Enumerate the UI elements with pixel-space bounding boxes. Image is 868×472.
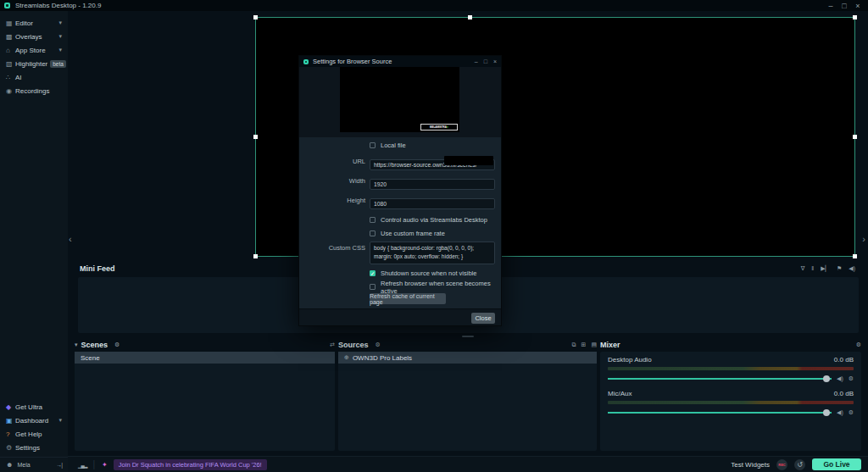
chevron-down-icon: ▾ [58, 19, 62, 26]
panel-resize-handle[interactable] [462, 336, 474, 337]
status-bar: ▁▄▂ │ ✦ Join Dr Squatch in celebrating F… [68, 456, 868, 472]
custom-fps-checkbox-row[interactable]: Use custom frame rate [370, 230, 445, 237]
resize-icon[interactable]: ⇄ [330, 342, 335, 348]
scenes-list: Scene [75, 352, 335, 451]
checkbox-unchecked[interactable] [370, 284, 376, 290]
selection-handle-mid-right[interactable] [853, 135, 857, 139]
folder-icon[interactable]: ▤ [591, 342, 597, 348]
chevron-down-icon: ▾ [58, 417, 62, 424]
dashboard-icon: ▣ [6, 417, 15, 425]
close-icon[interactable]: × [851, 2, 865, 10]
sidebar-label: Highlighter [15, 60, 47, 68]
volume-slider[interactable] [608, 378, 832, 380]
skip-icon[interactable]: ▶▏ [821, 265, 830, 272]
redacted-url-segment [444, 156, 493, 165]
notification-banner[interactable]: Join Dr Squatch in celebrating FIFA Worl… [114, 459, 267, 470]
local-file-checkbox-row[interactable]: Local file [370, 142, 406, 149]
alerts-icon[interactable]: ⚑ [837, 265, 842, 272]
preview-banner-text: MELAMISTRA♥ [430, 126, 448, 129]
replay-buffer-button[interactable]: ↺ [794, 459, 805, 470]
pause-icon[interactable]: ‖ [811, 265, 814, 272]
sidebar-item-settings[interactable]: ⚙ Settings [0, 441, 68, 454]
scene-row[interactable]: Scene [75, 352, 335, 364]
copy-icon[interactable]: ⧉ [572, 342, 576, 348]
minimize-icon[interactable]: – [824, 2, 837, 10]
channel-db: 0.0 dB [834, 356, 854, 364]
sidebar-item-overlays[interactable]: ▩ Overlays ▾ [0, 30, 68, 43]
source-row[interactable]: ⊕ OWN3D Pro Labels [338, 352, 597, 364]
paste-icon[interactable]: ⊞ [581, 342, 587, 348]
test-widgets-button[interactable]: Test Widgets [731, 461, 770, 469]
gear-icon[interactable]: ⚙ [849, 409, 854, 416]
megaphone-icon[interactable]: ✦ [102, 461, 108, 469]
selection-handle-top-right[interactable] [853, 15, 857, 19]
streamlabs-logo-icon [4, 3, 10, 8]
checkbox-checked[interactable]: ✓ [370, 270, 376, 276]
maximize-icon[interactable]: □ [484, 58, 487, 64]
shutdown-checkbox-row[interactable]: ✓ Shutdown source when not visible [370, 269, 476, 277]
ultra-icon: ◆ [6, 403, 15, 411]
width-input[interactable] [370, 179, 495, 190]
custom-css-textarea[interactable]: body { background-color: rgba(0, 0, 0, 0… [370, 242, 495, 264]
sidebar-item-recordings[interactable]: ◉ Recordings [0, 84, 68, 97]
custom-fps-label: Use custom frame rate [381, 230, 445, 237]
username: Mela [17, 462, 30, 468]
maximize-icon[interactable]: □ [837, 2, 851, 10]
selection-handle-bottom-right[interactable] [853, 254, 857, 258]
control-audio-checkbox-row[interactable]: Control audio via Streamlabs Desktop [370, 216, 487, 224]
mixer-channel-mic-aux: Mic/Aux 0.0 dB ◀) ⚙ [608, 390, 854, 416]
height-input[interactable] [370, 198, 495, 209]
height-label: Height [299, 197, 365, 204]
speaker-icon[interactable]: ◀) [837, 375, 843, 382]
width-label: Width [299, 177, 365, 185]
sidebar-item-get-help[interactable]: ? Get Help [0, 427, 68, 441]
mute-icon[interactable]: ◀) [849, 265, 855, 272]
beta-badge: beta [50, 60, 66, 68]
refresh-cache-button[interactable]: Refresh cache of current page [370, 293, 446, 304]
selection-handle-top-left[interactable] [253, 15, 258, 19]
close-icon[interactable]: × [493, 58, 497, 64]
collapse-left-chevron[interactable]: ‹ [69, 234, 72, 244]
selection-handle-mid-left[interactable] [253, 135, 258, 139]
stats-icon[interactable]: ▁▄▂ [78, 462, 86, 468]
close-button[interactable]: Close [471, 313, 495, 324]
gear-icon[interactable]: ⚙ [114, 342, 120, 348]
sidebar-item-editor[interactable]: ▦ Editor ▾ [0, 16, 68, 30]
sidebar-item-dashboard[interactable]: ▣ Dashboard ▾ [0, 414, 68, 427]
volume-slider-handle[interactable] [823, 375, 830, 382]
sidebar-item-ai[interactable]: ∴ AI [0, 70, 68, 84]
heart-icon: ♥ [447, 126, 448, 129]
collapse-right-chevron[interactable]: › [862, 234, 865, 244]
filter-icon[interactable]: ∇ [801, 265, 805, 272]
checkbox-unchecked[interactable] [370, 217, 376, 223]
streamlabs-window: Streamlabs Desktop - 1.20.9 – □ × ▦ Edit… [0, 0, 868, 472]
volume-slider-handle[interactable] [823, 409, 830, 416]
sources-header: Sources ⚙ ⧉ ⊞ ▤ [338, 338, 597, 352]
sidebar-item-highlighter[interactable]: ▧ Highlighter beta [0, 57, 68, 70]
sidebar-label: AI [15, 74, 22, 81]
selection-handle-top-mid[interactable] [468, 15, 472, 19]
minimize-icon[interactable]: – [475, 58, 478, 64]
sidebar-item-get-ultra[interactable]: ◆ Get Ultra [0, 400, 68, 414]
gear-icon[interactable]: ⚙ [376, 342, 381, 348]
user-row[interactable]: ☻ Mela →| [0, 457, 68, 472]
selection-handle-bottom-left[interactable] [253, 254, 258, 258]
gear-icon[interactable]: ⚙ [856, 342, 861, 348]
refresh-scene-checkbox-row[interactable]: Refresh browser when scene becomes activ… [370, 283, 501, 291]
speaker-icon[interactable]: ◀) [837, 409, 843, 416]
rec-label: REC [778, 463, 785, 467]
checkbox-unchecked[interactable] [370, 230, 376, 236]
recordings-icon: ◉ [6, 87, 15, 95]
volume-slider[interactable] [608, 412, 832, 414]
source-name: OWN3D Pro Labels [353, 354, 412, 362]
chevron-down-icon[interactable]: ▾ [75, 342, 78, 348]
sidebar-item-app-store[interactable]: ⌂ App Store ▾ [0, 43, 68, 57]
local-file-label: Local file [381, 142, 406, 149]
collapse-sidebar-icon[interactable]: →| [56, 462, 62, 468]
help-icon: ? [6, 430, 15, 438]
gear-icon[interactable]: ⚙ [849, 375, 854, 382]
ai-icon: ∴ [6, 74, 15, 81]
go-live-button[interactable]: Go Live [812, 458, 861, 470]
checkbox-unchecked[interactable] [370, 142, 376, 148]
record-button[interactable]: REC [776, 459, 787, 470]
